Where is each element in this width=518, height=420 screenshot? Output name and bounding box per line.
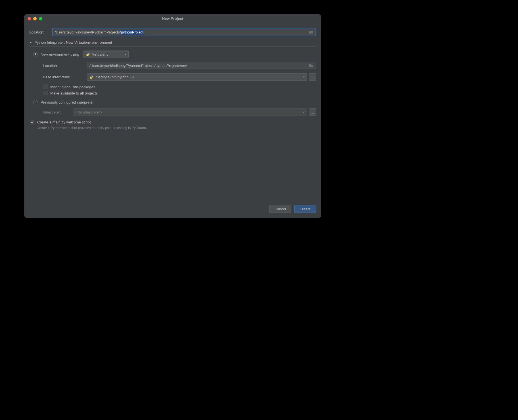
base-interpreter-row: Base interpreter: /usr/local/bin/python3… [43, 73, 316, 81]
env-type-dropdown[interactable]: Virtualenv [83, 51, 129, 58]
ellipsis-icon: … [311, 75, 314, 79]
folder-icon [309, 63, 314, 68]
make-available-label: Make available to all projects [50, 91, 98, 95]
main-py-label: Create a main.py welcome script [37, 120, 91, 124]
prev-interpreter-dropdown[interactable]: <No interpreter> [73, 108, 307, 116]
prev-configured-radio-row: Previously configured interpreter [33, 100, 316, 104]
prev-interpreter-label: Interpreter: [43, 110, 73, 114]
interpreter-section-title: Python Interpreter: New Virtualenv envir… [34, 40, 112, 45]
ellipsis-icon: … [311, 110, 314, 114]
new-project-dialog: New Project Location: /Users/teyonkindis… [24, 14, 321, 218]
base-interpreter-more-button[interactable]: … [309, 73, 316, 81]
chevron-down-icon [302, 76, 305, 78]
create-button[interactable]: Create [294, 205, 316, 213]
new-env-radio-label: New environment using [41, 52, 79, 56]
env-location-label: Location: [43, 64, 87, 68]
cancel-button[interactable]: Cancel [269, 205, 291, 213]
location-path: /Users/teyonkindisney/PycharmProjects/py… [55, 30, 308, 34]
base-interpreter-dropdown[interactable]: /usr/local/bin/python3.9 [87, 73, 307, 81]
inherit-checkbox[interactable] [43, 85, 47, 89]
env-location-value: /Users/teyonkindisney/PycharmProjects/py… [89, 64, 187, 68]
python-icon [86, 52, 90, 56]
env-location-row: Location: /Users/teyonkindisney/PycharmP… [43, 62, 316, 69]
location-row: Location: /Users/teyonkindisney/PycharmP… [29, 28, 316, 36]
new-env-radio[interactable] [33, 52, 38, 56]
new-env-radio-row: New environment using Virtualenv [33, 51, 316, 58]
base-interpreter-label: Base interpreter: [43, 75, 87, 79]
titlebar: New Project [24, 14, 321, 23]
python-icon [89, 75, 93, 79]
prev-interpreter-row: Interpreter: <No interpreter> … [43, 108, 316, 116]
base-interpreter-value: /usr/local/bin/python3.9 [96, 75, 134, 79]
env-type-value: Virtualenv [92, 52, 108, 56]
chevron-down-icon [124, 53, 127, 56]
prev-interpreter-more-button[interactable]: … [309, 108, 316, 116]
chevron-down-icon [302, 111, 305, 114]
make-available-checkbox[interactable] [43, 91, 47, 95]
dialog-footer: Cancel Create [24, 201, 321, 218]
inherit-checkbox-row: Inherit global site-packages [43, 85, 316, 89]
main-py-helper: Create a Python script that provides an … [37, 126, 316, 130]
location-path-selected: pythonProject [121, 30, 144, 35]
location-label: Location: [29, 30, 52, 34]
chevron-down-icon [29, 41, 32, 44]
env-location-input[interactable]: /Users/teyonkindisney/PycharmProjects/py… [87, 62, 316, 69]
browse-location-button[interactable] [308, 29, 314, 35]
folder-icon [309, 30, 313, 34]
prev-configured-radio-label: Previously configured interpreter [41, 100, 94, 104]
main-py-checkbox[interactable] [30, 120, 34, 124]
dialog-content: Location: /Users/teyonkindisney/PycharmP… [24, 23, 321, 130]
interpreter-section-header[interactable]: Python Interpreter: New Virtualenv envir… [29, 40, 316, 47]
inherit-label: Inherit global site-packages [50, 85, 95, 89]
location-input[interactable]: /Users/teyonkindisney/PycharmProjects/py… [52, 28, 316, 36]
check-icon [31, 121, 34, 124]
window-title: New Project [24, 16, 321, 21]
make-available-checkbox-row: Make available to all projects [43, 91, 316, 95]
browse-env-location-button[interactable] [308, 63, 314, 68]
prev-interpreter-value: <No interpreter> [75, 110, 102, 114]
prev-configured-radio[interactable] [33, 100, 38, 104]
location-path-prefix: /Users/teyonkindisney/PycharmProjects/ [55, 30, 121, 34]
main-py-checkbox-row: Create a main.py welcome script [30, 120, 316, 124]
